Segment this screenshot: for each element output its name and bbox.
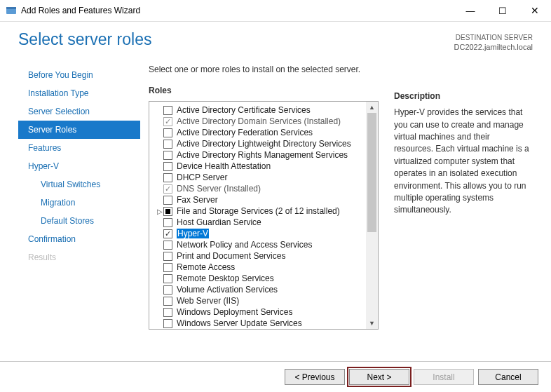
role-item[interactable]: Volume Activation Services: [154, 284, 368, 295]
role-item[interactable]: Remote Access: [154, 262, 368, 273]
wizard-nav: Before You BeginInstallation TypeServer …: [18, 59, 140, 339]
role-label[interactable]: Host Guardian Service: [177, 217, 261, 227]
role-label[interactable]: Windows Server Update Services: [177, 318, 302, 328]
role-label[interactable]: Hyper-V: [177, 229, 209, 238]
install-button: Install: [414, 369, 474, 385]
window-controls: ― ☐ ✕: [454, 0, 551, 21]
role-label[interactable]: Remote Desktop Services: [177, 273, 274, 283]
cancel-button[interactable]: Cancel: [478, 369, 538, 385]
role-item[interactable]: Device Health Attestation: [154, 161, 368, 172]
nav-item-confirmation[interactable]: Confirmation: [18, 230, 140, 248]
nav-item-before-you-begin[interactable]: Before You Begin: [18, 66, 140, 84]
role-label[interactable]: Remote Access: [177, 262, 235, 272]
role-label[interactable]: Active Directory Lightweight Directory S…: [177, 139, 351, 149]
destination-server: DC2022.jamiltech.local: [454, 42, 533, 52]
maximize-button[interactable]: ☐: [487, 0, 519, 21]
role-item[interactable]: Print and Document Services: [154, 250, 368, 262]
role-label[interactable]: Print and Document Services: [177, 251, 285, 261]
role-item[interactable]: Hyper-V: [154, 228, 368, 239]
instruction-text: Select one or more roles to install on t…: [149, 65, 379, 74]
roles-label: Roles: [149, 86, 379, 95]
nav-item-server-selection[interactable]: Server Selection: [18, 102, 140, 121]
checkbox[interactable]: [163, 140, 172, 149]
destination-label: DESTINATION SERVER: [454, 33, 533, 42]
role-label[interactable]: Web Server (IIS): [177, 296, 239, 306]
role-item[interactable]: Active Directory Domain Services (Instal…: [154, 116, 368, 127]
checkbox[interactable]: [163, 252, 172, 261]
checkbox[interactable]: [163, 173, 172, 182]
nav-item-hyper-v[interactable]: Hyper-V: [18, 157, 140, 175]
checkbox[interactable]: [163, 285, 172, 295]
checkbox[interactable]: [163, 263, 172, 272]
role-label[interactable]: Network Policy and Access Services: [177, 240, 312, 250]
role-item[interactable]: DNS Server (Installed): [154, 183, 368, 194]
role-item[interactable]: DHCP Server: [154, 172, 368, 183]
nav-item-server-roles[interactable]: Server Roles: [18, 121, 140, 139]
description-label: Description: [394, 91, 530, 101]
description-text: Hyper-V provides the services that you c…: [394, 107, 530, 217]
nav-item-installation-type[interactable]: Installation Type: [18, 84, 140, 102]
role-label[interactable]: Windows Deployment Services: [177, 307, 292, 317]
close-button[interactable]: ✕: [519, 0, 551, 21]
roles-listbox[interactable]: Active Directory Certificate ServicesAct…: [149, 101, 379, 330]
role-label[interactable]: Active Directory Domain Services (Instal…: [177, 116, 341, 126]
scroll-up-icon[interactable]: ▲: [366, 102, 378, 113]
scroll-down-icon[interactable]: ▼: [366, 318, 378, 329]
role-item[interactable]: Fax Server: [154, 194, 368, 205]
checkbox[interactable]: [163, 308, 172, 317]
checkbox[interactable]: [163, 196, 172, 205]
expand-icon[interactable]: ▷: [156, 208, 163, 215]
checkbox[interactable]: [163, 297, 172, 306]
checkbox[interactable]: [163, 229, 172, 238]
checkbox[interactable]: [163, 218, 172, 227]
checkbox[interactable]: [163, 106, 172, 115]
role-label[interactable]: DHCP Server: [177, 173, 227, 182]
role-item[interactable]: Active Directory Rights Management Servi…: [154, 149, 368, 161]
checkbox[interactable]: [163, 128, 172, 137]
checkbox[interactable]: [163, 274, 172, 283]
role-item[interactable]: Active Directory Lightweight Directory S…: [154, 138, 368, 149]
nav-item-features[interactable]: Features: [18, 139, 140, 157]
role-item[interactable]: Windows Deployment Services: [154, 306, 368, 318]
destination-info: DESTINATION SERVER DC2022.jamiltech.loca…: [454, 30, 533, 52]
role-label[interactable]: Active Directory Federation Services: [177, 128, 313, 137]
checkbox[interactable]: [163, 319, 172, 328]
checkbox[interactable]: [163, 151, 172, 160]
checkbox[interactable]: [163, 241, 172, 250]
role-item[interactable]: Remote Desktop Services: [154, 273, 368, 284]
checkbox[interactable]: [163, 207, 172, 216]
role-item[interactable]: Active Directory Certificate Services: [154, 104, 368, 116]
role-label[interactable]: Active Directory Rights Management Servi…: [177, 150, 348, 160]
role-item[interactable]: Host Guardian Service: [154, 217, 368, 228]
footer-buttons: < Previous Next > Install Cancel: [0, 361, 551, 392]
nav-item-migration[interactable]: Migration: [18, 194, 140, 212]
scroll-thumb[interactable]: [367, 113, 376, 232]
page-title: Select server roles: [18, 30, 454, 49]
checkbox[interactable]: [163, 162, 172, 171]
checkbox[interactable]: [163, 184, 172, 194]
role-label[interactable]: Device Health Attestation: [177, 161, 271, 171]
nav-item-virtual-switches[interactable]: Virtual Switches: [18, 175, 140, 194]
role-item[interactable]: Network Policy and Access Services: [154, 239, 368, 250]
role-label[interactable]: File and Storage Services (2 of 12 insta…: [177, 206, 340, 216]
svg-rect-1: [6, 7, 16, 9]
minimize-button[interactable]: ―: [454, 0, 487, 21]
app-icon: [6, 5, 17, 16]
nav-item-default-stores[interactable]: Default Stores: [18, 212, 140, 230]
role-label[interactable]: Volume Activation Services: [177, 285, 278, 295]
role-item[interactable]: Windows Server Update Services: [154, 318, 368, 329]
role-item[interactable]: Web Server (IIS): [154, 295, 368, 306]
role-item[interactable]: ▷File and Storage Services (2 of 12 inst…: [154, 205, 368, 217]
role-label[interactable]: Fax Server: [177, 195, 218, 205]
previous-button[interactable]: < Previous: [285, 369, 345, 385]
scrollbar[interactable]: ▲ ▼: [366, 102, 378, 329]
role-item[interactable]: Active Directory Federation Services: [154, 127, 368, 138]
checkbox[interactable]: [163, 117, 172, 126]
titlebar: Add Roles and Features Wizard ― ☐ ✕: [0, 0, 551, 21]
next-button[interactable]: Next >: [349, 369, 409, 385]
nav-item-results: Results: [18, 248, 140, 266]
role-label[interactable]: DNS Server (Installed): [177, 184, 261, 194]
window-title: Add Roles and Features Wizard: [21, 6, 454, 15]
role-label[interactable]: Active Directory Certificate Services: [177, 105, 311, 115]
